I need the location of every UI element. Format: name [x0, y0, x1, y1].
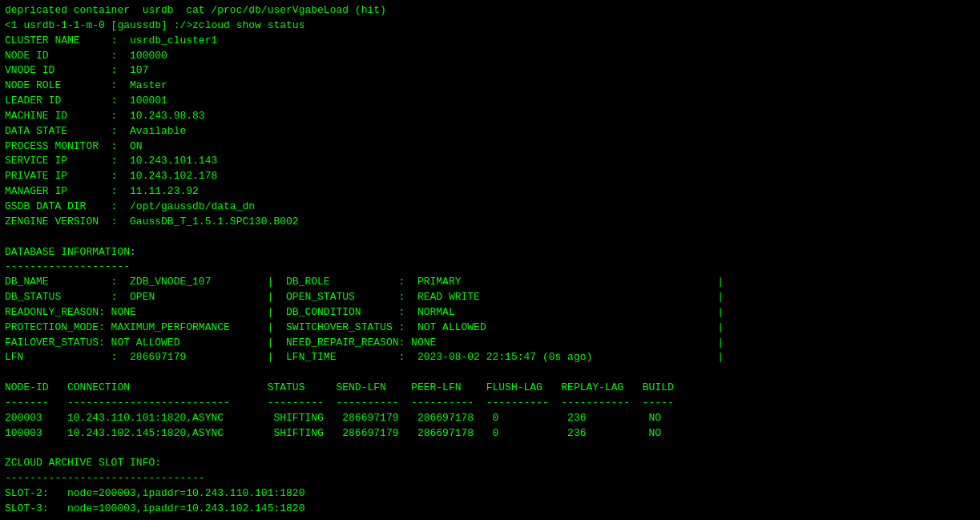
terminal-line: VNODE ID : 107 [5, 63, 975, 79]
terminal-line: DB_STATUS : OPEN | OPEN_STATUS : READ WR… [5, 290, 975, 305]
terminal-line: READONLY_REASON: NONE | DB_CONDITION : N… [5, 305, 975, 320]
terminal-line: PROCESS MONITOR : ON [5, 139, 975, 155]
terminal-line: CLUSTER NAME : usrdb_cluster1 [5, 34, 975, 49]
terminal-line: LFN : 286697179 | LFN_TIME : 2023-08-02 … [5, 350, 975, 365]
terminal-line: ZENGINE VERSION : GaussDB_T_1.5.1.SPC130… [5, 215, 975, 230]
terminal-line: NODE ROLE : Master [5, 79, 975, 94]
terminal-line: SLOT-3: node=100003,ipaddr=10.243.102.14… [5, 502, 975, 517]
terminal-line: PRIVATE IP : 10.243.102.178 [5, 169, 975, 184]
terminal-line: MACHINE ID : 10.243.98.83 [5, 109, 975, 124]
terminal-line: LEADER ID : 100001 [5, 94, 975, 109]
terminal-line [5, 517, 975, 520]
terminal-line: GSDB DATA DIR : /opt/gaussdb/data_dn [5, 200, 975, 215]
terminal-line: NODE ID : 100000 [5, 49, 975, 64]
terminal-line: DATABASE INFORMATION: [5, 245, 975, 260]
terminal-line: 100003 10.243.102.145:1820,ASYNC SHIFTIN… [5, 426, 975, 441]
terminal-line: DB_NAME : ZDB_VNODE_107 | DB_ROLE : PRIM… [5, 275, 975, 290]
terminal-line: MANAGER IP : 11.11.23.92 [5, 184, 975, 200]
terminal-line: ------- -------------------------- -----… [5, 396, 975, 411]
terminal-line: FAILOVER_STATUS: NOT ALLOWED | NEED_REPA… [5, 336, 975, 351]
terminal-line: -------------------- [5, 260, 975, 275]
terminal-line: <1 usrdb-1-1-m-0 [gaussdb] :/>zcloud sho… [5, 18, 975, 34]
terminal-line: NODE-ID CONNECTION STATUS SEND-LFN PEER-… [5, 381, 975, 396]
terminal-line [5, 441, 975, 456]
terminal-line: ZCLOUD ARCHIVE SLOT INFO: [5, 456, 975, 471]
terminal-output: depricated container usrdb cat /proc/db/… [5, 3, 975, 520]
terminal-line [5, 230, 975, 245]
terminal-line: -------------------------------- [5, 471, 975, 486]
terminal-line: DATA STATE : Available [5, 124, 975, 139]
terminal-line: PROTECTION_MODE: MAXIMUM_PERFORMANCE | S… [5, 320, 975, 336]
terminal-line: SLOT-2: node=200003,ipaddr=10.243.110.10… [5, 486, 975, 502]
terminal-line: 200003 10.243.110.101:1820,ASYNC SHIFTIN… [5, 411, 975, 426]
terminal-line: depricated container usrdb cat /proc/db/… [5, 3, 975, 18]
terminal-line: SERVICE IP : 10.243.101.143 [5, 154, 975, 169]
terminal-line [5, 365, 975, 381]
